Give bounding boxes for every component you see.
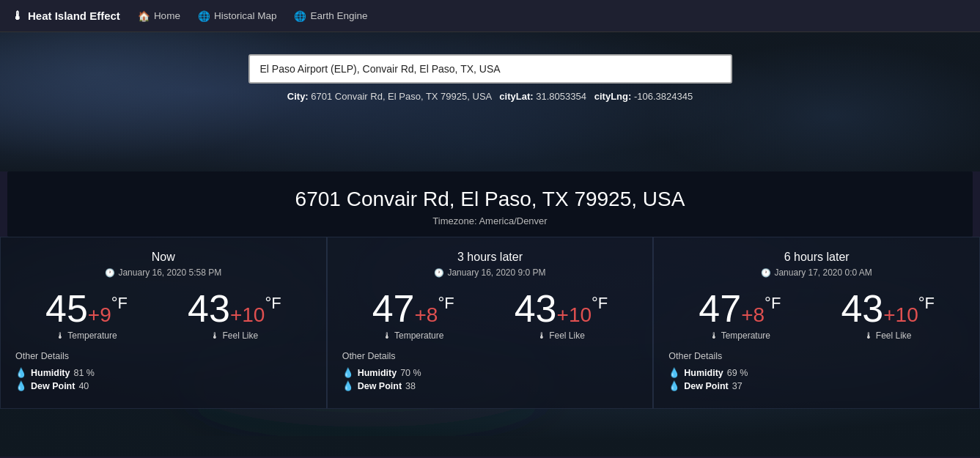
therm-icon-1: 🌡 [383, 330, 391, 341]
card-time-0: 🕐 January 16, 2020 5:58 PM [15, 267, 312, 278]
nav-earth-engine-label: Earth Engine [310, 10, 367, 21]
other-details-title-2: Other Details [668, 351, 965, 361]
humidity-value-0: 81 % [73, 368, 95, 378]
temp-value-0: 45 [45, 289, 88, 328]
humidity-line-2: 💧 Humidity 69 % [668, 367, 965, 378]
feel-diff-2: +10 [883, 303, 918, 326]
temp-label-1: 🌡 Temperature [372, 330, 454, 341]
feel-label-1: 🌡 Feel Like [515, 330, 608, 341]
lng-label: cityLng: [594, 91, 632, 102]
temperature-item-1: 47+8 °F 🌡 Temperature [372, 289, 454, 341]
feel-unit-0: °F [265, 294, 281, 313]
timezone-label: Timezone: [432, 215, 476, 226]
humidity-line-1: 💧 Humidity 70 % [342, 367, 638, 378]
brand-label: Heat Island Effect [28, 10, 120, 22]
lng-value: -106.3824345 [634, 91, 693, 102]
card-title-1: 3 hours later [342, 251, 638, 264]
timezone-value: America/Denver [479, 215, 547, 226]
feel-value-1: 43 [515, 289, 557, 328]
therm-feel-icon-2: 🌡 [864, 330, 873, 341]
humidity-value-2: 69 % [727, 368, 748, 378]
temp-diff-2: +8 [741, 303, 765, 326]
temp-label-2: 🌡 Temperature [699, 330, 781, 341]
nav-home-label: Home [154, 10, 180, 21]
hero-section: City: 6701 Convair Rd, El Paso, TX 79925… [0, 32, 980, 171]
clock-icon-1: 🕐 [434, 268, 444, 278]
other-details-title-0: Other Details [15, 351, 312, 361]
temp-unit-2: °F [765, 294, 781, 313]
temperature-item-0: 45+9 °F 🌡 Temperature [45, 289, 128, 341]
feel-unit-1: °F [592, 294, 608, 313]
weather-card-0: Now 🕐 January 16, 2020 5:58 PM 45+9 °F 🌡… [0, 237, 327, 409]
water-icon-0: 💧 [15, 367, 27, 378]
feel-diff-1: +10 [557, 303, 592, 326]
therm-icon-2: 🌡 [710, 330, 718, 341]
card-time-1: 🕐 January 16, 2020 9:0 PM [342, 267, 638, 278]
humidity-line-0: 💧 Humidity 81 % [15, 367, 312, 378]
lat-value: 31.8053354 [536, 91, 586, 102]
water-icon-1: 💧 [342, 367, 354, 378]
nav-home[interactable]: 🏠 Home [138, 10, 180, 22]
dew-line-1: 💧 Dew Point 38 [342, 380, 638, 391]
feel-item-1: 43+10 °F 🌡 Feel Like [515, 289, 608, 341]
home-icon: 🏠 [138, 10, 150, 22]
weather-card-1: 3 hours later 🕐 January 16, 2020 9:0 PM … [327, 237, 654, 409]
temp-diff-0: +9 [88, 303, 111, 326]
location-info: City: 6701 Convair Rd, El Paso, TX 79925… [287, 91, 693, 102]
feel-label-0: 🌡 Feel Like [188, 330, 281, 341]
therm-icon-0: 🌡 [56, 330, 65, 341]
brand: 🌡 Heat Island Effect [12, 10, 120, 23]
clock-icon-2: 🕐 [761, 268, 771, 278]
drop-icon-2: 💧 [668, 380, 680, 391]
feel-value-0: 43 [188, 289, 230, 328]
feel-diff-0: +10 [230, 303, 265, 326]
feel-item-0: 43+10 °F 🌡 Feel Like [188, 289, 281, 341]
temp-unit-1: °F [438, 294, 454, 313]
weather-card-2: 6 hours later 🕐 January 17, 2020 0:0 AM … [653, 237, 980, 409]
feel-value-2: 43 [841, 289, 883, 328]
therm-feel-icon-1: 🌡 [537, 330, 546, 341]
temp-unit-0: °F [111, 294, 128, 313]
dew-value-1: 38 [405, 381, 416, 391]
feel-item-2: 43+10 °F 🌡 Feel Like [841, 289, 935, 341]
city-label: City: [287, 91, 309, 102]
other-details-title-1: Other Details [342, 351, 638, 361]
weather-grid: Now 🕐 January 16, 2020 5:58 PM 45+9 °F 🌡… [0, 237, 980, 409]
dew-line-2: 💧 Dew Point 37 [668, 380, 965, 391]
temp-value-2: 47 [699, 289, 741, 328]
nav-historical-label: Historical Map [214, 10, 277, 21]
dew-value-2: 37 [732, 381, 743, 391]
location-address: 6701 Convair Rd, El Paso, TX 79925, USA [22, 188, 958, 211]
globe-icon-1: 🌐 [198, 10, 210, 22]
dew-value-0: 40 [78, 381, 89, 391]
city-address: 6701 Convair Rd, El Paso, TX 79925, USA [311, 91, 491, 102]
temps-row-2: 47+8 °F 🌡 Temperature 43+10 °F 🌡 Feel Li… [668, 289, 965, 341]
drop-icon-0: 💧 [15, 380, 27, 391]
card-title-2: 6 hours later [668, 251, 965, 264]
temp-value-1: 47 [372, 289, 415, 328]
temps-row-0: 45+9 °F 🌡 Temperature 43+10 °F 🌡 Feel Li… [15, 289, 312, 341]
lat-label: cityLat: [499, 91, 533, 102]
feel-unit-2: °F [918, 294, 935, 313]
nav-earth-engine[interactable]: 🌐 Earth Engine [294, 10, 367, 22]
drop-icon-1: 💧 [342, 380, 354, 391]
dew-line-0: 💧 Dew Point 40 [15, 380, 312, 391]
weather-section: Now 🕐 January 16, 2020 5:58 PM 45+9 °F 🌡… [0, 237, 980, 457]
feel-label-2: 🌡 Feel Like [841, 330, 935, 341]
clock-icon-0: 🕐 [105, 268, 115, 278]
humidity-value-1: 70 % [400, 368, 421, 378]
therm-feel-icon-0: 🌡 [210, 330, 219, 341]
card-time-2: 🕐 January 17, 2020 0:0 AM [668, 267, 965, 278]
location-header: 6701 Convair Rd, El Paso, TX 79925, USA … [7, 171, 973, 237]
card-title-0: Now [15, 251, 312, 264]
timezone-info: Timezone: America/Denver [22, 215, 958, 226]
navbar: 🌡 Heat Island Effect 🏠 Home 🌐 Historical… [0, 0, 980, 32]
temp-diff-1: +8 [415, 303, 438, 326]
temperature-item-2: 47+8 °F 🌡 Temperature [699, 289, 781, 341]
globe-icon-2: 🌐 [294, 10, 306, 22]
water-icon-2: 💧 [668, 367, 680, 378]
nav-historical-map[interactable]: 🌐 Historical Map [198, 10, 277, 22]
temp-label-0: 🌡 Temperature [45, 330, 128, 341]
search-input[interactable] [248, 54, 732, 84]
temps-row-1: 47+8 °F 🌡 Temperature 43+10 °F 🌡 Feel Li… [342, 289, 638, 341]
